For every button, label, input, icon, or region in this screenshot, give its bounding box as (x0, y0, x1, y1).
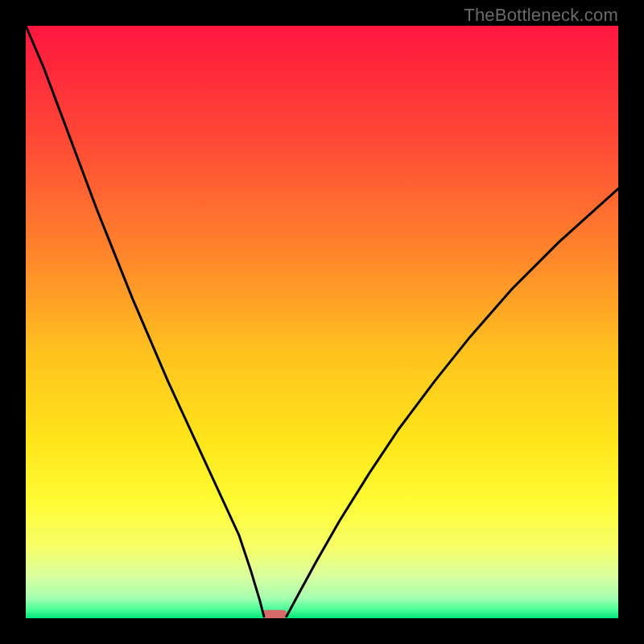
bottleneck-marker (262, 610, 286, 618)
outer-black-frame: TheBottleneck.com (0, 0, 644, 644)
plot-area (26, 26, 618, 618)
watermark-text: TheBottleneck.com (464, 5, 618, 26)
chart-svg (26, 26, 618, 618)
gradient-background (26, 26, 618, 618)
